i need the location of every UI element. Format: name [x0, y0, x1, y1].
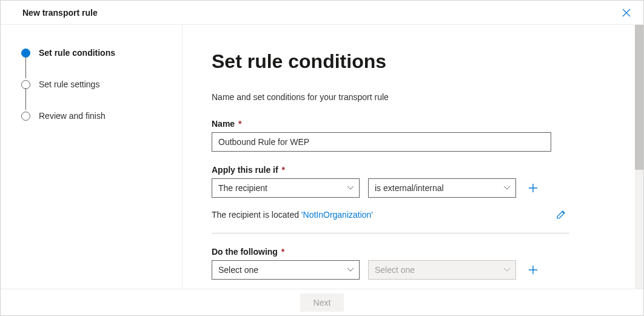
- step-review-and-finish[interactable]: Review and finish: [21, 109, 170, 123]
- dialog-title: New transport rule: [22, 8, 98, 18]
- dropdown-value: The recipient: [218, 183, 267, 193]
- name-field-label: Name *: [212, 119, 571, 129]
- chevron-down-icon: [503, 186, 511, 190]
- step-label: Review and finish: [39, 111, 106, 121]
- name-field-label-text: Name: [212, 119, 235, 129]
- apply-rule-label: Apply this rule if *: [212, 165, 571, 175]
- dialog-body: Set rule conditions Set rule settings Re…: [1, 25, 643, 289]
- dialog-footer: Next: [1, 289, 643, 315]
- next-button[interactable]: Next: [300, 294, 344, 312]
- action-subject-dropdown[interactable]: Select one: [212, 260, 360, 280]
- apply-rule-label-text: Apply this rule if: [212, 165, 278, 175]
- chevron-down-icon: [347, 186, 354, 190]
- plus-icon: [528, 265, 538, 275]
- plus-icon: [528, 183, 538, 193]
- page-heading: Set rule conditions: [212, 50, 571, 73]
- wizard-steps-sidebar: Set rule conditions Set rule settings Re…: [1, 25, 183, 289]
- apply-rule-row: The recipient is external/internal: [212, 178, 571, 198]
- step-dot-icon: [21, 112, 30, 121]
- add-action-button[interactable]: [525, 261, 542, 278]
- close-icon: [622, 8, 631, 17]
- action-predicate-dropdown: Select one: [368, 260, 516, 280]
- step-set-rule-settings[interactable]: Set rule settings: [21, 77, 170, 92]
- step-connector-line: [25, 88, 26, 110]
- condition-summary-prefix: The recipient is located: [212, 210, 301, 220]
- step-label: Set rule conditions: [39, 48, 115, 58]
- apply-condition-predicate-dropdown[interactable]: is external/internal: [368, 178, 516, 198]
- edit-condition-button[interactable]: [552, 206, 569, 223]
- condition-summary-value-link[interactable]: 'NotInOrganization': [301, 210, 373, 220]
- do-following-row: Select one Select one: [212, 260, 571, 280]
- dropdown-value: is external/internal: [375, 183, 444, 193]
- scrollbar-track[interactable]: [635, 25, 643, 289]
- chevron-down-icon: [503, 267, 511, 272]
- add-condition-button[interactable]: [525, 180, 542, 197]
- dropdown-placeholder: Select one: [375, 265, 415, 275]
- condition-summary-text: The recipient is located 'NotInOrganizat…: [212, 210, 373, 220]
- do-following-label: Do the following *: [212, 247, 571, 257]
- required-asterisk: *: [236, 119, 241, 129]
- do-following-label-text: Do the following: [212, 247, 278, 257]
- step-connector-line: [25, 56, 26, 78]
- scrollbar-thumb[interactable]: [635, 25, 643, 170]
- main-content: Set rule conditions Name and set conditi…: [183, 25, 643, 289]
- apply-condition-subject-dropdown[interactable]: The recipient: [212, 178, 360, 198]
- titlebar: New transport rule: [1, 1, 643, 25]
- rule-name-input[interactable]: [212, 132, 551, 152]
- step-label: Set rule settings: [39, 79, 99, 89]
- pencil-icon: [556, 210, 566, 220]
- required-asterisk: *: [280, 165, 285, 175]
- page-subtext: Name and set conditions for your transpo…: [212, 92, 571, 102]
- step-set-rule-conditions[interactable]: Set rule conditions: [21, 45, 170, 60]
- chevron-down-icon: [347, 267, 354, 272]
- close-button[interactable]: [618, 4, 635, 21]
- dropdown-value: Select one: [218, 265, 258, 275]
- dialog-window: New transport rule Set rule conditions S…: [0, 0, 644, 316]
- condition-summary-row: The recipient is located 'NotInOrganizat…: [212, 206, 569, 234]
- required-asterisk: *: [279, 247, 284, 257]
